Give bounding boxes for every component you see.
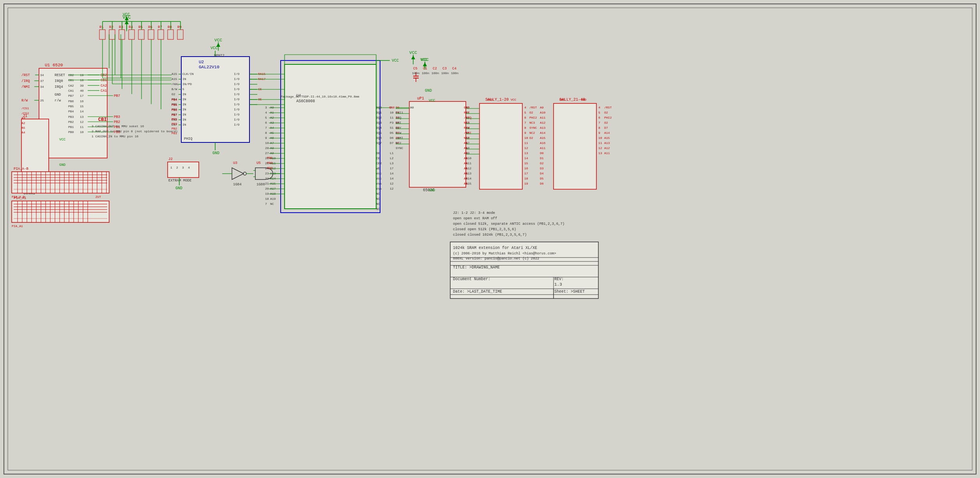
svg-text:U5: U5 — [256, 161, 261, 165]
svg-text:1.3: 1.3 — [554, 282, 562, 287]
svg-text:I/O: I/O — [234, 87, 240, 91]
svg-text:A15: A15 — [172, 72, 177, 76]
svg-text:/IRQ: /IRQ — [21, 79, 30, 83]
svg-text:NC2: NC2 — [396, 141, 402, 145]
svg-text:CE2: CE2 — [376, 162, 382, 165]
svg-text:VCC: VCC — [429, 99, 435, 103]
svg-text:PB7: PB7 — [68, 94, 74, 98]
svg-text:14: 14 — [390, 172, 394, 175]
svg-text:6: 6 — [524, 116, 526, 119]
svg-text:A4: A4 — [464, 162, 468, 165]
svg-text:A12: A12 — [604, 146, 610, 150]
svg-text:5: 5 — [265, 116, 267, 119]
svg-text:Vcc: Vcc — [376, 172, 382, 175]
svg-text:25: 25 — [40, 99, 44, 102]
svg-text:A7: A7 — [464, 177, 468, 180]
svg-text:D0: D0 — [540, 151, 544, 155]
svg-text:PB5: PB5 — [172, 117, 177, 121]
svg-text:I/O: I/O — [234, 113, 240, 116]
svg-text:IN: IN — [182, 92, 186, 96]
svg-text:open      closed    512k, sepa: open closed 512k, separate ANTIC access … — [453, 222, 564, 226]
svg-text:/NMI: /NMI — [396, 136, 403, 140]
svg-text:CA1: CA1 — [68, 89, 74, 92]
svg-text:3: 3 — [265, 106, 267, 109]
svg-text:7: 7 — [598, 121, 600, 124]
svg-text:28: 28 — [265, 146, 269, 150]
svg-text:A2: A2 — [464, 151, 468, 155]
svg-text:VCC: VCC — [511, 98, 517, 101]
svg-text:18: 18 — [524, 177, 528, 180]
svg-text:A6: A6 — [464, 172, 468, 175]
svg-text:GND: GND — [429, 188, 435, 192]
svg-text:2: 2 — [176, 166, 178, 169]
svg-text:A14: A14 — [604, 131, 610, 135]
svg-text:100n: 100n — [432, 71, 439, 75]
svg-text:37: 37 — [40, 79, 44, 83]
svg-text:A3: A3 — [464, 156, 468, 160]
svg-text:(c) 2006-2010 by Matthias Reic: (c) 2006-2010 by Matthias Reichl <hias@h… — [453, 252, 556, 256]
svg-text:NC: NC — [376, 202, 380, 206]
svg-text:PB6: PB6 — [68, 100, 74, 103]
svg-text:/NMI: /NMI — [464, 131, 471, 135]
svg-text:6: 6 — [265, 121, 267, 124]
svg-text:A8: A8 — [464, 182, 468, 185]
svg-text:11: 11 — [80, 125, 84, 129]
svg-text:A13: A13 — [540, 126, 546, 130]
svg-text:Vss: Vss — [376, 182, 382, 185]
svg-text:WE: WE — [376, 167, 380, 170]
svg-text:I/O: I/O — [234, 72, 240, 76]
svg-text:A19: A19 — [270, 197, 276, 201]
svg-text:DQ1: DQ1 — [376, 111, 382, 114]
svg-text:TITLE:   >DRAWING_NAME: TITLE: >DRAWING_NAME — [453, 265, 500, 270]
svg-text:/HAL: /HAL — [172, 82, 179, 86]
svg-text:34: 34 — [40, 85, 44, 89]
svg-text:3: 3 — [182, 166, 184, 169]
svg-text:R2: R2 — [109, 25, 113, 29]
svg-text:L3: L3 — [390, 162, 394, 165]
svg-text:I/O: I/O — [234, 98, 240, 101]
svg-text:CE: CE — [376, 156, 380, 160]
svg-text:DE: DE — [376, 151, 380, 155]
svg-text:16: 16 — [80, 100, 84, 103]
svg-text:1G08: 1G08 — [256, 183, 265, 187]
svg-text:closed    closed    1024k (PB1: closed closed 1024k (PB1,2,3,5,6,7) — [453, 233, 527, 237]
svg-text:PB5: PB5 — [267, 156, 273, 160]
svg-text:PB4: PB4 — [68, 110, 74, 113]
svg-text:13: 13 — [80, 115, 84, 119]
svg-text:D5: D5 — [390, 131, 394, 135]
svg-text:NC2: NC2 — [529, 131, 535, 135]
svg-text:SYNC: SYNC — [396, 146, 403, 150]
svg-text:PB1: PB1 — [68, 125, 74, 129]
svg-text:R9: R9 — [177, 25, 182, 29]
svg-text:NPHI2: NPHI2 — [214, 54, 225, 58]
svg-text:NC: NC — [376, 197, 380, 201]
svg-text:RDY: RDY — [396, 126, 402, 130]
svg-text:DQ6: DQ6 — [376, 136, 382, 140]
svg-text:J2: 1-2   J2: 3-4   mode: J2: 1-2 J2: 3-4 mode — [453, 211, 495, 215]
svg-text:Sheet: >SHEET: Sheet: >SHEET — [554, 290, 585, 294]
svg-text:L1: L1 — [390, 151, 394, 155]
svg-text:7: 7 — [265, 126, 267, 130]
svg-text:PHIQ: PHIQ — [184, 137, 193, 141]
svg-text:DQ3: DQ3 — [376, 121, 382, 124]
svg-text:PB3: PB3 — [68, 115, 74, 119]
svg-text:6520: 6520 — [53, 63, 63, 68]
svg-text:NC: NC — [376, 207, 380, 211]
svg-text:IN: IN — [182, 123, 186, 126]
svg-text:13: 13 — [598, 151, 602, 155]
svg-text:R3: R3 — [119, 25, 123, 29]
svg-text:open      open      ext RAM of: open open ext RAM off — [453, 217, 497, 220]
svg-text:7: 7 — [524, 121, 526, 124]
svg-text:15: 15 — [80, 105, 84, 108]
svg-text:GND: GND — [487, 98, 493, 101]
svg-text:IN: IN — [182, 108, 186, 111]
svg-text:GND: GND — [59, 163, 65, 167]
svg-text:CA2: CA2 — [101, 84, 107, 88]
svg-text:GND: GND — [425, 89, 432, 93]
svg-text:AS6C8008: AS6C8008 — [296, 99, 315, 103]
svg-text:IN: IN — [182, 98, 186, 101]
svg-text:VCC: VCC — [420, 58, 427, 62]
svg-text:R4: R4 — [129, 25, 133, 29]
svg-text:PHI2: PHI2 — [529, 116, 537, 119]
svg-text:A3: A3 — [21, 116, 25, 120]
